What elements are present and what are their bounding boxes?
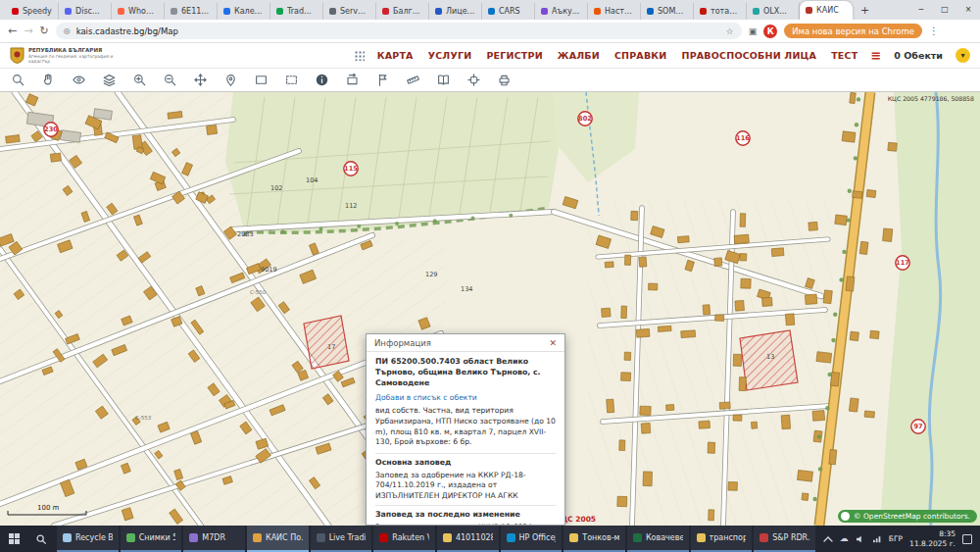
address-bar[interactable]: ◎ kais.cadastre.bg/bg/Map ☆ <box>56 23 742 39</box>
reload-icon[interactable]: ↻ <box>39 25 48 36</box>
tab-favicon <box>382 8 389 15</box>
site-settings-icon[interactable]: ◎ <box>64 26 71 35</box>
taskbar-app-7[interactable]: 410110283... <box>437 526 499 552</box>
minimize-icon[interactable]: ─ <box>909 0 933 18</box>
info-popup-body: ПИ 65200.500.7403 област Велико Търново,… <box>367 352 564 526</box>
browser-tab-16[interactable]: КАИС <box>800 1 853 20</box>
notification-center-icon[interactable] <box>962 534 972 544</box>
agency-logo[interactable]: РЕПУБЛИКА БЪЛГАРИЯ Агенция по геодезия, … <box>10 47 126 64</box>
selected-parcel[interactable] <box>304 316 349 369</box>
flag-tool-icon[interactable] <box>374 72 391 88</box>
legend-tool-icon[interactable] <box>435 72 452 88</box>
taskbar-app-10[interactable]: Ковачеве... <box>627 526 689 552</box>
print-tool-icon[interactable] <box>496 72 513 88</box>
taskbar-app-1[interactable]: Recycle Bin <box>57 526 119 552</box>
taskbar-app-11[interactable]: транспор... <box>691 526 753 552</box>
visibility-tool-icon[interactable] <box>71 72 87 88</box>
coordinates-tool-icon[interactable] <box>466 72 482 88</box>
taskbar-app-4[interactable]: КАИС По... <box>247 526 309 552</box>
taskbar-app-3[interactable]: M7DR <box>183 526 245 552</box>
onedrive-cloud-icon[interactable]: ☁ <box>840 534 849 543</box>
nav-item-pravosposobni-litsa[interactable]: ПРАВОСПОСОБНИ ЛИЦА <box>681 50 816 61</box>
pan-tool-icon[interactable] <box>40 72 57 88</box>
tab-label: Кале... <box>234 7 262 16</box>
chrome-update-button[interactable]: Има нова версия на Chrome <box>784 24 922 38</box>
taskbar-app-6[interactable]: Rakuten V... <box>373 526 435 552</box>
browser-tab-15[interactable]: OLX... <box>747 3 800 20</box>
browser-tab-8[interactable]: Балг... <box>376 3 429 20</box>
volume-icon[interactable] <box>856 535 865 543</box>
marker-tool-icon[interactable] <box>222 72 239 88</box>
tab-label: тотал... <box>710 7 740 16</box>
select-area-tool-icon[interactable] <box>283 72 300 88</box>
zoom-out-tool-icon[interactable] <box>162 72 178 88</box>
nav-item-karta[interactable]: КАРТА <box>377 50 414 61</box>
browser-tab-1[interactable]: Speedy <box>6 3 59 20</box>
measure-tool-icon[interactable] <box>405 72 421 88</box>
browser-tab-13[interactable]: SOMC... <box>641 3 694 20</box>
browser-tab-6[interactable]: Trad... <box>270 3 323 20</box>
taskbar-app-12[interactable]: S&P RDR... <box>754 526 815 552</box>
previous-extent-tool-icon[interactable] <box>344 72 361 88</box>
popup-close-icon[interactable]: ✕ <box>549 338 557 348</box>
nav-item-zhalbi[interactable]: ЖАЛБИ <box>558 50 600 61</box>
apps-grid-icon[interactable] <box>354 50 365 61</box>
zoom-in-tool-icon[interactable] <box>131 72 148 88</box>
new-tab-button[interactable]: + <box>853 5 877 16</box>
layers-tool-icon[interactable] <box>101 72 118 88</box>
nav-item-test[interactable]: ТЕСТ <box>831 50 858 61</box>
browser-tab-9[interactable]: Лице... <box>429 3 482 20</box>
browser-tab-11[interactable]: Аъку... <box>535 3 588 20</box>
move-tool-icon[interactable] <box>192 72 209 88</box>
parcel-number: 17 <box>327 343 335 351</box>
browser-tab-4[interactable]: 6Е11... <box>165 3 218 20</box>
bookmark-star-icon[interactable]: ☆ <box>726 26 734 36</box>
taskbar-clock[interactable]: 8:35 11.8.2025 г. <box>909 529 956 548</box>
app-label: КАИС По... <box>266 533 303 542</box>
objects-counter[interactable]: 0 Обекти <box>894 50 943 61</box>
profile-avatar[interactable]: К <box>763 25 777 38</box>
forward-icon[interactable]: → <box>24 25 32 36</box>
nav-item-spravki[interactable]: СПРАВКИ <box>614 50 667 61</box>
language-indicator[interactable]: БГР <box>889 534 903 543</box>
start-button[interactable] <box>0 526 27 552</box>
tab-favicon <box>329 8 336 15</box>
back-icon[interactable]: ← <box>8 25 17 36</box>
nav-item-registri[interactable]: РЕГИСТРИ <box>486 50 542 61</box>
svg-text:97: 97 <box>913 423 923 430</box>
search-tool-icon[interactable] <box>10 72 26 88</box>
menu-hamburger-icon[interactable]: ≡ <box>870 49 881 62</box>
tab-favicon <box>594 8 601 15</box>
add-to-objects-link[interactable]: Добави в списък с обекти <box>375 393 556 404</box>
nav-item-uslugi[interactable]: УСЛУГИ <box>428 50 472 61</box>
browser-tab-14[interactable]: тотал... <box>694 3 747 20</box>
browser-tab-3[interactable]: Whop... <box>112 3 165 20</box>
browser-tab-12[interactable]: Насту... <box>588 3 641 20</box>
extent-tool-icon[interactable] <box>253 72 270 88</box>
browser-menu-icon[interactable]: ⋮ <box>929 25 939 36</box>
browser-tab-2[interactable]: Disc... <box>59 3 112 20</box>
browser-tab-10[interactable]: CARS <box>482 3 535 20</box>
osm-attribution[interactable]: © OpenStreetMap contributors. <box>838 510 977 523</box>
extensions-icon[interactable]: ▣ <box>749 26 758 36</box>
app-icon <box>317 533 325 542</box>
url-text[interactable]: kais.cadastre.bg/bg/Map <box>76 26 720 36</box>
tray-caret-icon[interactable] <box>823 535 833 543</box>
maximize-icon[interactable]: □ <box>933 0 956 18</box>
tab-label: Лице... <box>446 7 474 16</box>
browser-tab-7[interactable]: Serve... <box>323 3 376 20</box>
browser-tab-5[interactable]: Кале... <box>218 3 270 20</box>
tab-label: 6Е11... <box>181 7 209 16</box>
info-tool-icon[interactable] <box>314 72 330 88</box>
info-popup-header[interactable]: Информация ✕ <box>367 334 564 352</box>
road-badge-97: 97 <box>911 420 925 433</box>
close-icon[interactable]: × <box>956 0 980 18</box>
taskbar-app-9[interactable]: Тонков-м... <box>564 526 625 552</box>
taskbar-app-8[interactable]: HP Officej... <box>501 526 563 552</box>
app-label: HP Officej... <box>519 533 557 542</box>
network-icon[interactable] <box>872 535 882 543</box>
taskbar-app-2[interactable]: Снимки 5... <box>121 526 182 552</box>
objects-dropdown-button[interactable]: ▾ <box>956 48 970 63</box>
taskbar-app-5[interactable]: Live Tradin... <box>311 526 372 552</box>
taskbar-search-button[interactable] <box>27 526 55 552</box>
